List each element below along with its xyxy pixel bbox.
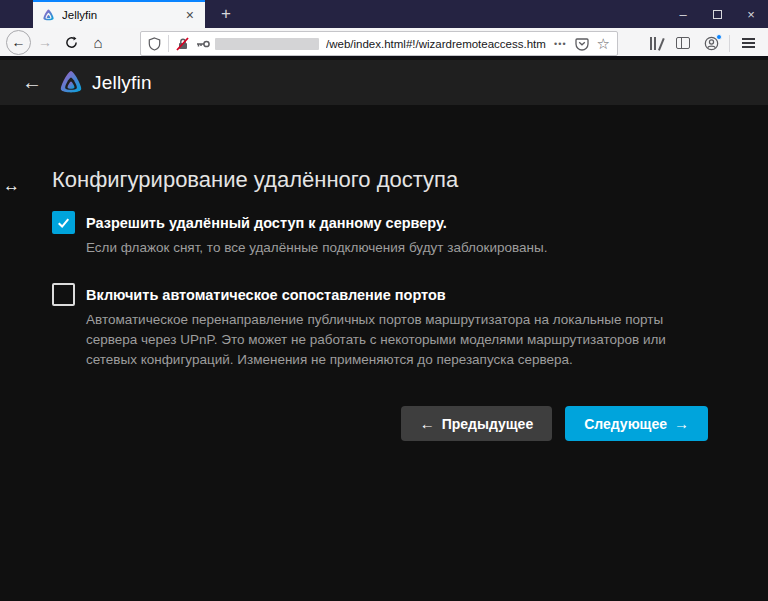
close-window-button[interactable]: ×	[734, 0, 768, 28]
jellyfin-app-header: ← Jellyfin	[0, 60, 768, 105]
urlbar-separator	[168, 35, 169, 52]
remote-access-form: Конфигурирование удалённого доступа Разр…	[52, 167, 708, 441]
library-icon[interactable]	[641, 30, 669, 56]
account-notification-dot	[716, 34, 722, 40]
jellyfin-logo-icon	[56, 68, 86, 98]
remote-access-checkbox[interactable]	[52, 211, 75, 234]
redacted-host	[215, 38, 319, 50]
tracking-protection-shield-icon[interactable]	[148, 37, 161, 51]
url-path-text[interactable]: /web/index.html#!/wizardremoteaccess.htm…	[326, 38, 546, 50]
tab-close-icon[interactable]: ×	[183, 7, 197, 23]
browser-titlebar: Jellyfin × + – ×	[0, 0, 768, 28]
jellyfin-favicon-icon	[41, 8, 56, 23]
browser-window: Jellyfin × + – × ← → ⌂	[0, 0, 768, 601]
browser-tab-jellyfin[interactable]: Jellyfin ×	[33, 0, 205, 28]
next-button-label: Следующее	[584, 416, 667, 432]
arrow-right-icon: →	[674, 415, 689, 432]
page-actions-icon[interactable]: •••	[554, 39, 566, 49]
forward-button[interactable]: →	[33, 34, 57, 50]
bookmark-star-icon[interactable]: ☆	[597, 35, 610, 53]
back-button[interactable]: ←	[6, 30, 31, 55]
upnp-checkbox[interactable]	[52, 283, 75, 306]
option-remote-access: Разрешить удалённый доступ к данному сер…	[52, 211, 708, 258]
remote-access-label[interactable]: Разрешить удалённый доступ к данному сер…	[86, 215, 447, 231]
previous-button-label: Предыдущее	[442, 416, 533, 432]
wizard-back-arrow-icon[interactable]: ←	[16, 71, 48, 94]
arrow-left-icon: ←	[420, 415, 435, 432]
wizard-content: ↔ Конфигурирование удалённого доступа Ра…	[0, 105, 768, 601]
sidebar-toggle-icon[interactable]	[669, 30, 697, 56]
resize-cursor: ↔	[3, 176, 20, 196]
option-upnp: Включить автоматическое сопоставление по…	[52, 283, 708, 370]
jellyfin-app-name: Jellyfin	[92, 72, 152, 94]
upnp-description: Автоматическое перенаправление публичных…	[86, 310, 708, 370]
wizard-buttons: ← Предыдущее Следующее →	[52, 406, 708, 441]
reload-icon	[65, 36, 78, 49]
window-controls: – ×	[666, 0, 768, 28]
previous-button[interactable]: ← Предыдущее	[401, 406, 552, 441]
new-tab-button[interactable]: +	[211, 0, 241, 28]
remote-access-description: Если флажок снят, то все удалённые подкл…	[86, 238, 708, 258]
upnp-label[interactable]: Включить автоматическое сопоставление по…	[86, 287, 446, 303]
pocket-icon[interactable]	[575, 37, 589, 51]
toolbar-right	[641, 28, 762, 58]
checkmark-icon	[56, 215, 71, 230]
insecure-lock-icon[interactable]	[176, 37, 190, 51]
reload-button[interactable]	[59, 36, 83, 49]
home-button[interactable]: ⌂	[85, 34, 111, 51]
address-bar[interactable]: /web/index.html#!/wizardremoteaccess.htm…	[140, 31, 618, 56]
toolbar-separator	[729, 35, 730, 52]
maximize-icon	[713, 10, 722, 19]
page-title: Конфигурирование удалённого доступа	[52, 167, 708, 193]
tab-title: Jellyfin	[62, 9, 183, 21]
minimize-button[interactable]: –	[666, 0, 700, 28]
maximize-button[interactable]	[700, 0, 734, 28]
menu-hamburger-icon[interactable]	[734, 30, 762, 56]
account-icon[interactable]	[697, 30, 725, 56]
next-button[interactable]: Следующее →	[565, 406, 708, 441]
key-icon[interactable]	[196, 37, 211, 51]
